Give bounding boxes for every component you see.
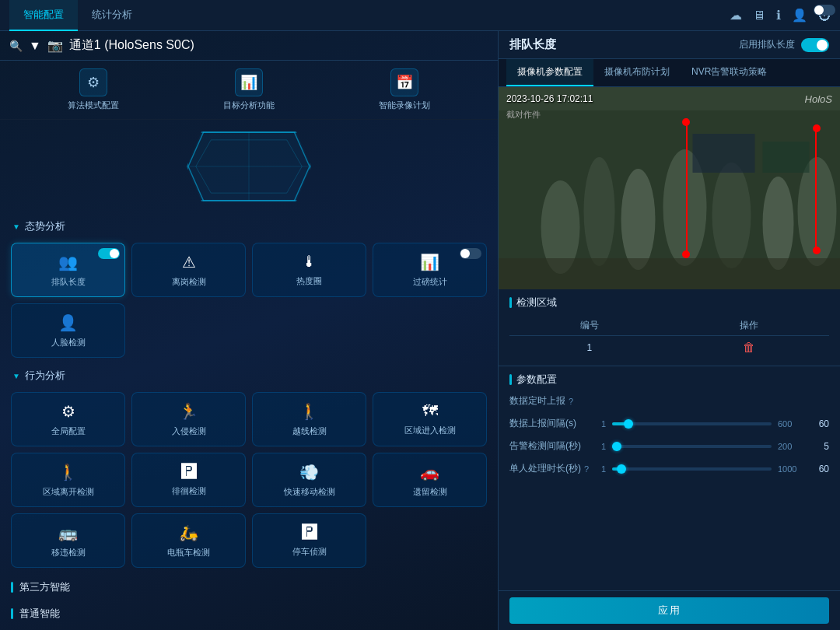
intrusion-label: 入侵检测 [172, 425, 206, 436]
ebike-icon: 🛵 [179, 523, 198, 542]
search-icon[interactable]: 🔍 [9, 40, 23, 52]
param-control-1: 1 600 60 [601, 418, 829, 429]
cloud-icon[interactable]: ☁ [730, 8, 742, 23]
slider-thumb-2[interactable] [612, 442, 621, 451]
col-id-header: 编号 [509, 316, 670, 336]
enable-toggle[interactable] [801, 38, 829, 52]
detection-zones: 检测区域 编号 操作 1 🗑 [499, 289, 840, 366]
parking-icon: 🅿 [302, 523, 317, 541]
absence-icon: ⚠ [182, 253, 196, 271]
help-icon-3[interactable]: ? [584, 464, 589, 474]
parking-card[interactable]: 🅿 停车侦测 [252, 513, 366, 568]
zone-table: 编号 操作 1 🗑 [509, 316, 829, 359]
weighing-toggle[interactable] [460, 248, 481, 259]
loitering-icon: 🅿 [181, 463, 197, 481]
tab-camera-schedule[interactable]: 摄像机布防计划 [593, 59, 681, 86]
slider-track-1[interactable] [612, 422, 772, 425]
tripwire-icon: 🚶 [299, 402, 319, 421]
weighing-icon: 📊 [420, 253, 439, 271]
param-max-2: 200 [778, 442, 800, 451]
left-panel: 🔍 ▼ 📷 通道1 (HoloSens S0C) ⚙ 算法模式配置 📊 目标分析… [0, 31, 498, 630]
face-icon: 👤 [58, 313, 78, 332]
weighing-card[interactable]: 📊 过磅统计 [373, 243, 487, 297]
intrusion-card[interactable]: 🏃 入侵检测 [131, 392, 246, 446]
illegal-park-label: 移违检测 [51, 547, 86, 558]
svg-rect-15 [763, 142, 810, 173]
detect-dot-4 [813, 247, 821, 254]
slider-track-2[interactable] [612, 445, 772, 448]
fast-move-card[interactable]: 💨 快速移动检测 [252, 453, 366, 507]
zone-id: 1 [509, 336, 670, 360]
ebike-label: 电瓶车检测 [167, 547, 210, 558]
face-label: 人脸检测 [51, 337, 86, 348]
video-brand: HoloS [805, 93, 832, 105]
zone-title: 检测区域 [509, 296, 829, 310]
camera-icon: 📷 [47, 38, 63, 53]
absence-card[interactable]: ⚠ 离岗检测 [131, 243, 246, 297]
behavior-analysis-header[interactable]: ▼ 行为分析 [0, 362, 498, 387]
delete-icon[interactable]: 🗑 [743, 341, 755, 354]
zone-action[interactable]: 🗑 [670, 336, 830, 360]
hex-decoration [0, 120, 498, 213]
param-label-3: 单人处理时长(秒) ? [509, 462, 595, 475]
zone-leave-card[interactable]: 🚶 区域离开检测 [11, 453, 125, 507]
target-label: 目标分析功能 [223, 100, 275, 111]
param-max-3: 1000 [778, 464, 800, 474]
bottom-bar: 应用 [499, 590, 840, 630]
detect-dot-3 [813, 124, 821, 132]
loitering-label: 徘徊检测 [172, 485, 206, 496]
ebike-card[interactable]: 🛵 电瓶车检测 [131, 513, 246, 568]
detect-line-2 [815, 126, 817, 250]
parking-label: 停车侦测 [292, 546, 327, 557]
heatmap-card[interactable]: 🌡 热度圈 [252, 243, 366, 297]
slider-track-3[interactable] [612, 467, 772, 471]
save-button[interactable]: 应用 [509, 597, 829, 624]
zone-leave-icon: 🚶 [58, 463, 78, 481]
table-row: 1 🗑 [509, 336, 829, 360]
behavior-cards: ⚙ 全局配置 🏃 入侵检测 🚶 越线检测 🗺 区域进入检测 🚶 区域离开检测 🅿 [0, 387, 498, 572]
tab-nvr-strategy[interactable]: NVR告警联动策略 [681, 59, 778, 86]
leftover-label: 遗留检测 [413, 486, 447, 497]
fast-move-icon: 💨 [299, 463, 319, 481]
face-card[interactable]: 👤 人脸检测 [11, 303, 125, 358]
video-area: 2023-10-26 17:02:11 截对作件 HoloS [499, 87, 840, 289]
zone-enter-card[interactable]: 🗺 区域进入检测 [373, 392, 487, 446]
zone-enter-label: 区域进入检测 [404, 425, 456, 436]
sub-tabs: 摄像机参数配置 摄像机布防计划 NVR告警联动策略 [499, 59, 840, 87]
top-nav: 智能配置 统计分析 ☁ 🖥 ℹ 👤 ⏻ [0, 0, 840, 31]
zone-enter-icon: 🗺 [422, 402, 438, 420]
right-header: 排队长度 启用排队长度 [499, 31, 840, 59]
tab-camera-params[interactable]: 摄像机参数配置 [506, 59, 593, 86]
heatmap-label: 热度圈 [296, 275, 322, 286]
illegal-park-card[interactable]: 🚌 移违检测 [11, 513, 125, 568]
queue-length-card[interactable]: 👥 排队长度 [11, 243, 125, 297]
target-analysis-btn[interactable]: 📊 目标分析功能 [223, 68, 275, 111]
param-label-0: 数据定时上报 ? [509, 394, 595, 408]
video-timestamp: 2023-10-26 17:02:11 [506, 93, 593, 104]
video-mode-label: 截对作件 [506, 109, 541, 121]
tripwire-label: 越线检测 [292, 425, 327, 436]
algo-config-btn[interactable]: ⚙ 算法模式配置 [68, 68, 119, 111]
svg-point-7 [584, 157, 615, 266]
user-icon[interactable]: 👤 [792, 8, 807, 23]
queue-toggle[interactable] [98, 248, 120, 259]
tripwire-card[interactable]: 🚶 越线检测 [252, 392, 366, 446]
illegal-park-icon: 🚌 [58, 523, 78, 542]
situation-analysis-header[interactable]: ▼ 态势分析 [0, 213, 498, 238]
global-config-card[interactable]: ⚙ 全局配置 [11, 392, 125, 446]
filter-icon[interactable]: ▼ [29, 39, 41, 53]
general-smart-title: 普通智能 [19, 607, 60, 621]
tab-stats[interactable]: 统计分析 [78, 0, 146, 31]
param-max-1: 600 [778, 419, 800, 429]
algo-label: 算法模式配置 [68, 100, 119, 111]
slider-thumb-1[interactable] [624, 419, 633, 429]
slider-thumb-3[interactable] [617, 464, 626, 474]
monitor-icon[interactable]: 🖥 [753, 9, 765, 23]
leftover-card[interactable]: 🚗 遗留检测 [373, 453, 487, 507]
tab-smart-config[interactable]: 智能配置 [9, 0, 78, 31]
smart-recording-btn[interactable]: 📅 智能录像计划 [379, 68, 430, 111]
right-title: 排队长度 [509, 37, 556, 52]
info-icon[interactable]: ℹ [776, 8, 781, 23]
loitering-card[interactable]: 🅿 徘徊检测 [131, 453, 246, 507]
help-icon-0[interactable]: ? [569, 397, 573, 406]
